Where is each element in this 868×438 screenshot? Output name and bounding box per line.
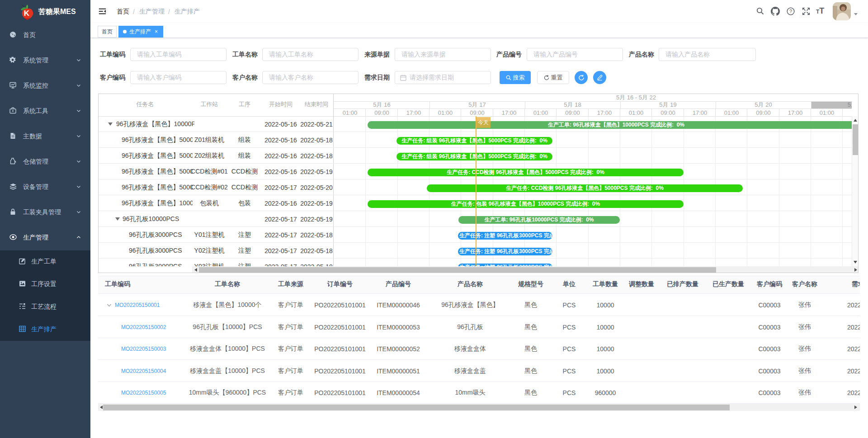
- svg-text:?: ?: [789, 9, 792, 14]
- svg-text:K: K: [24, 9, 30, 18]
